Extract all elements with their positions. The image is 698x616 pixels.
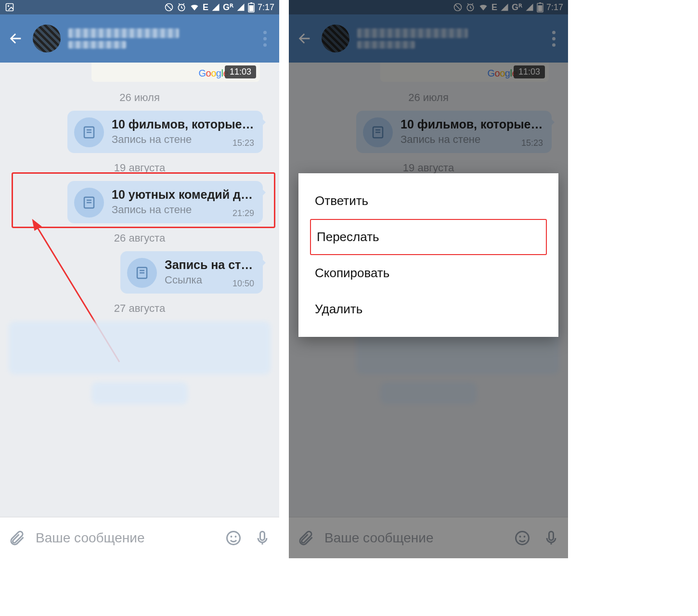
- avatar[interactable]: [33, 25, 61, 52]
- wifi-icon: [189, 2, 200, 12]
- date-separator: 27 августа: [0, 302, 279, 315]
- date-separator: 26 июля: [0, 91, 279, 104]
- svg-rect-0: [6, 4, 13, 11]
- attach-icon[interactable]: [4, 525, 30, 551]
- alarm-icon: [177, 2, 186, 12]
- wall-post-icon: [74, 117, 104, 147]
- message-time: 21:29: [233, 208, 254, 218]
- message-input[interactable]: Ваше сообщение: [33, 530, 218, 546]
- blurred-message[interactable]: [9, 321, 271, 374]
- phone-left: E Gᴿ 7:17 Google 11:03 26 июля: [0, 0, 279, 558]
- wall-post-icon: [74, 188, 104, 218]
- image-icon: [5, 2, 14, 12]
- phone-right: E Gᴿ 7:17 Google 11:03 26 июля: [289, 0, 568, 558]
- contact-name: [68, 28, 179, 38]
- emoji-icon[interactable]: [220, 525, 246, 551]
- do-not-disturb-icon: [164, 2, 174, 12]
- svg-rect-6: [250, 2, 252, 3]
- context-menu: Ответить Переслать Скопировать Удалить: [298, 173, 558, 337]
- message-bubble[interactable]: 10 фильмов, которые… Запись на стене 15:…: [67, 111, 263, 153]
- ctx-delete[interactable]: Удалить: [298, 291, 558, 327]
- status-bar: E Gᴿ 7:17: [0, 0, 279, 14]
- ctx-copy[interactable]: Скопировать: [298, 255, 558, 291]
- svg-line-3: [167, 5, 171, 10]
- signal-icon-2: [236, 3, 245, 12]
- signal-icon: [211, 3, 220, 12]
- date-separator: 19 августа: [0, 162, 279, 174]
- date-separator: 26 августа: [0, 232, 279, 244]
- chat-title[interactable]: [68, 28, 248, 49]
- contact-status: [68, 41, 126, 49]
- menu-button[interactable]: [256, 31, 273, 47]
- blurred-message[interactable]: [91, 382, 188, 404]
- battery-icon: [248, 2, 255, 13]
- google-logo: Google: [198, 68, 228, 79]
- message-input-bar: Ваше сообщение: [0, 517, 279, 558]
- message-title: 10 фильмов, которые…: [112, 117, 255, 131]
- message-title: 10 уютных комедий для…: [112, 188, 255, 202]
- svg-point-18: [227, 531, 240, 544]
- message-bubble[interactable]: Запись на стене Ссылка 10:50: [120, 251, 263, 294]
- network-e-label: E: [203, 2, 208, 13]
- mic-icon[interactable]: [249, 525, 275, 551]
- message-time: 10:50: [233, 279, 254, 289]
- message-bubble-selected[interactable]: 10 уютных комедий для… Запись на стене 2…: [67, 181, 263, 223]
- network-g-label: Gᴿ: [223, 2, 233, 13]
- svg-rect-21: [260, 531, 265, 540]
- ctx-reply[interactable]: Ответить: [298, 183, 558, 219]
- message-time: 15:23: [233, 138, 254, 148]
- svg-point-1: [8, 5, 9, 7]
- map-time: 11:03: [225, 65, 256, 78]
- status-time: 7:17: [258, 2, 274, 13]
- svg-point-20: [235, 536, 237, 538]
- svg-point-19: [231, 536, 233, 538]
- chat-body[interactable]: Google 11:03 26 июля 10 фильмов, которые…: [0, 63, 279, 558]
- svg-rect-7: [249, 5, 253, 12]
- chat-header: [0, 14, 279, 63]
- wall-post-icon: [127, 258, 157, 288]
- back-button[interactable]: [6, 29, 25, 48]
- ctx-forward[interactable]: Переслать: [310, 219, 547, 255]
- message-title: Запись на стене: [165, 258, 255, 272]
